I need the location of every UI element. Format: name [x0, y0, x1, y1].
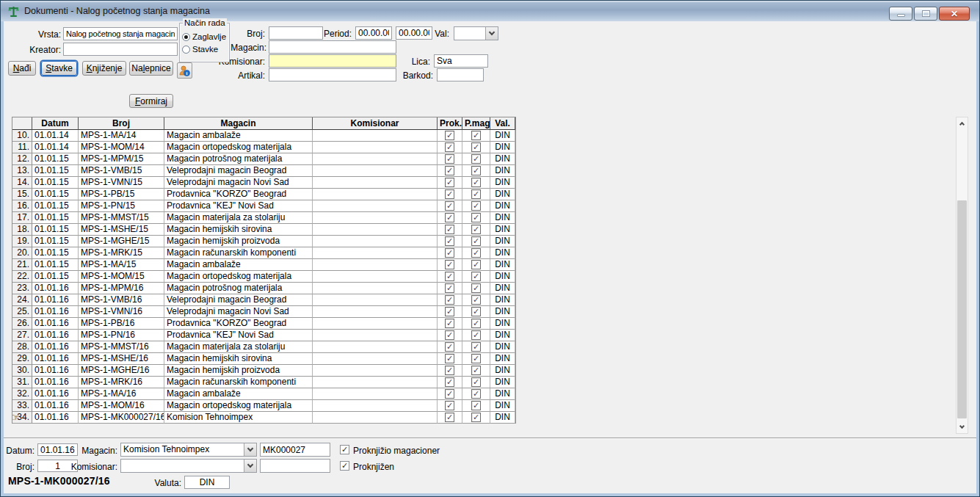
cell-komisionar[interactable] [313, 271, 438, 283]
cell-val[interactable]: DIN [490, 341, 515, 353]
pmag-checkbox[interactable]: ✓ [471, 142, 481, 152]
prok-checkbox[interactable]: ✓ [445, 389, 454, 399]
cell-magacin[interactable]: Magacin ambalaže [164, 388, 313, 400]
detail-magacin-code-input[interactable] [260, 443, 330, 457]
scroll-down-button[interactable] [957, 421, 968, 433]
prok-checkbox[interactable]: ✓ [445, 189, 454, 199]
row-selector-cell[interactable]: ☞15. [12, 189, 32, 200]
cell-prok[interactable]: ✓ [438, 283, 462, 294]
cell-broj[interactable]: MPS-1-MPM/15 [79, 153, 164, 165]
table-row[interactable]: ☞25. 01.01.16 MPS-1-VMN/16 Veleprodajni … [12, 306, 515, 318]
pmag-checkbox[interactable]: ✓ [471, 213, 481, 222]
cell-prok[interactable]: ✓ [438, 236, 462, 247]
cell-komisionar[interactable] [313, 341, 438, 353]
table-row[interactable]: ☞20. 01.01.15 MPS-1-MRK/15 Magacin račun… [12, 247, 515, 259]
table-row[interactable]: ☞26. 01.01.16 MPS-1-PB/16 Prodavnica "KO… [12, 318, 515, 330]
cell-val[interactable]: DIN [490, 271, 515, 283]
table-row[interactable]: ☞14. 01.01.15 MPS-1-VMN/15 Veleprodajni … [12, 177, 515, 189]
cell-komisionar[interactable] [313, 212, 438, 224]
proknjizen-checkbox[interactable] [340, 461, 349, 471]
cell-val[interactable]: DIN [490, 212, 515, 224]
cell-datum[interactable]: 01.01.15 [32, 153, 79, 165]
prok-checkbox[interactable]: ✓ [445, 272, 454, 281]
cell-prok[interactable]: ✓ [438, 165, 462, 177]
cell-prok[interactable]: ✓ [438, 200, 462, 212]
proknjizio-magacioner-checkbox[interactable] [340, 445, 349, 454]
cell-pmag[interactable]: ✓ [462, 353, 490, 365]
row-selector-cell[interactable]: ☞29. [12, 353, 32, 365]
detail-komisionar-combobox[interactable] [120, 459, 257, 473]
cell-broj[interactable]: MPS-1-MOM/16 [79, 400, 164, 412]
scroll-up-button[interactable] [957, 117, 968, 129]
cell-magacin[interactable]: Magacin ortopedskog materijala [164, 271, 313, 283]
cell-broj[interactable]: MPS-1-MA/15 [79, 259, 164, 271]
prok-checkbox[interactable]: ✓ [445, 401, 454, 410]
cell-pmag[interactable]: ✓ [462, 177, 490, 189]
cell-prok[interactable]: ✓ [438, 189, 462, 200]
cell-komisionar[interactable] [313, 365, 438, 377]
cell-komisionar[interactable] [313, 353, 438, 365]
maximize-button[interactable] [914, 7, 937, 21]
pmag-checkbox[interactable]: ✓ [471, 319, 481, 328]
cell-pmag[interactable]: ✓ [462, 400, 490, 412]
cell-val[interactable]: DIN [490, 412, 515, 424]
prok-checkbox[interactable]: ✓ [445, 354, 454, 363]
table-row[interactable]: ☞30. 01.01.16 MPS-1-MGHE/16 Magacin hemi… [12, 365, 515, 377]
cell-broj[interactable]: MPS-1-VMB/15 [79, 165, 164, 177]
cell-datum[interactable]: 01.01.15 [32, 200, 79, 212]
cell-komisionar[interactable] [313, 130, 438, 142]
pmag-checkbox[interactable]: ✓ [471, 283, 481, 293]
row-selector-cell[interactable]: ☞31. [12, 377, 32, 388]
row-selector-cell[interactable]: ☞33. [12, 400, 32, 412]
row-selector-cell[interactable]: ☞19. [12, 236, 32, 247]
cell-magacin[interactable]: Veleprodajni magacin Beograd [164, 165, 313, 177]
pmag-checkbox[interactable]: ✓ [471, 389, 481, 399]
cell-komisionar[interactable] [313, 165, 438, 177]
row-selector-cell[interactable]: ☞22. [12, 271, 32, 283]
row-selector-cell[interactable]: ☞28. [12, 341, 32, 353]
table-row[interactable]: ☞22. 01.01.15 MPS-1-MOM/15 Magacin ortop… [12, 271, 515, 283]
cell-prok[interactable]: ✓ [438, 142, 462, 153]
cell-datum[interactable]: 01.01.16 [32, 365, 79, 377]
cell-magacin[interactable]: Magacin računarskih komponenti [164, 247, 313, 259]
pmag-checkbox[interactable]: ✓ [471, 342, 481, 352]
cell-prok[interactable]: ✓ [438, 388, 462, 400]
cell-val[interactable]: DIN [490, 353, 515, 365]
prok-checkbox[interactable]: ✓ [445, 131, 454, 140]
cell-komisionar[interactable] [313, 388, 438, 400]
cell-val[interactable]: DIN [490, 294, 515, 306]
stavke-button[interactable]: Stavke [41, 61, 77, 76]
table-row[interactable]: ☞34. 01.01.16 MPS-1-MK000027/16 Komision… [12, 412, 515, 424]
row-selector-cell[interactable]: ☞21. [12, 259, 32, 271]
cell-prok[interactable]: ✓ [438, 224, 462, 236]
cell-magacin[interactable]: Magacin hemijskih sirovina [164, 224, 313, 236]
cell-datum[interactable]: 01.01.16 [32, 330, 79, 341]
nadji-button[interactable]: Nađi [8, 61, 36, 76]
cell-datum[interactable]: 01.01.16 [32, 283, 79, 294]
cell-prok[interactable]: ✓ [438, 153, 462, 165]
prok-checkbox[interactable]: ✓ [445, 260, 454, 269]
cell-pmag[interactable]: ✓ [462, 259, 490, 271]
cell-komisionar[interactable] [313, 189, 438, 200]
cell-magacin[interactable]: Veleprodajni magacin Novi Sad [164, 306, 313, 318]
cell-datum[interactable]: 01.01.15 [32, 177, 79, 189]
prok-checkbox[interactable]: ✓ [445, 166, 454, 175]
row-selector-cell[interactable]: ☞18. [12, 224, 32, 236]
cell-prok[interactable]: ✓ [438, 247, 462, 259]
table-row[interactable]: ☞31. 01.01.16 MPS-1-MRK/16 Magacin račun… [12, 377, 515, 388]
scrollbar-thumb[interactable] [957, 200, 967, 418]
cell-komisionar[interactable] [313, 177, 438, 189]
cell-pmag[interactable]: ✓ [462, 236, 490, 247]
cell-val[interactable]: DIN [490, 177, 515, 189]
cell-komisionar[interactable] [313, 247, 438, 259]
detail-komisionar-dropdown-button[interactable] [244, 460, 256, 472]
table-row[interactable]: ☞33. 01.01.16 MPS-1-MOM/16 Magacin ortop… [12, 400, 515, 412]
cell-datum[interactable]: 01.01.16 [32, 377, 79, 388]
table-row[interactable]: ☞24. 01.01.16 MPS-1-VMB/16 Veleprodajni … [12, 294, 515, 306]
row-selector-cell[interactable]: ☞34. [12, 412, 32, 424]
pmag-checkbox[interactable]: ✓ [471, 225, 481, 234]
cell-prok[interactable]: ✓ [438, 271, 462, 283]
table-row[interactable]: ☞28. 01.01.16 MPS-1-MMST/16 Magacin mate… [12, 341, 515, 353]
nalepnice-button[interactable]: Nalepnice [129, 61, 173, 76]
detail-komisionar-code-input[interactable] [260, 459, 330, 473]
